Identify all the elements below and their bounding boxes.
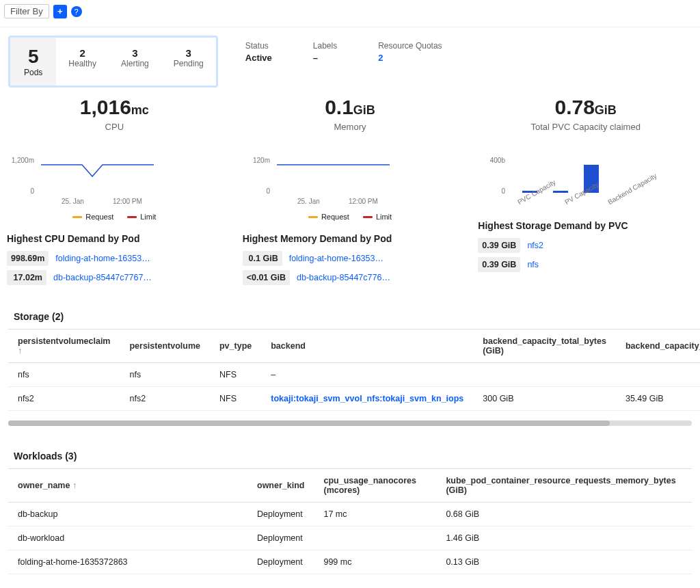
svg-text:0: 0 [502, 187, 506, 195]
pod-pending[interactable]: 3 Pending [161, 38, 216, 85]
meta-status-value: Active [245, 53, 272, 63]
stat-pvc-unit: GiB [595, 103, 617, 117]
meta-labels-label: Labels [313, 41, 337, 51]
cpu-demand-link-1[interactable]: db-backup-85447c7767… [53, 273, 152, 282]
storage-table: persistentvolumeclaim ↑ persistentvolume… [8, 329, 700, 411]
filter-bar: Filter By + ? [0, 0, 700, 27]
meta-status: Status Active [245, 41, 272, 63]
meta-labels: Labels – [313, 41, 337, 63]
meta-quotas-label: Resource Quotas [378, 41, 442, 51]
table-row[interactable]: folding-at-home-1635372863 Deployment 99… [8, 550, 692, 574]
cpu-demand-row-1: 17.02m db-backup-85447c7767… [7, 270, 222, 285]
stat-mem-label: Memory [243, 122, 458, 132]
highest-storage-title: Highest Storage Demand by PVC [478, 220, 693, 231]
svg-text:12:00 PM: 12:00 PM [113, 198, 142, 205]
help-icon[interactable]: ? [71, 6, 82, 17]
cpu-line-chart: 1,200m 0 25. Jan 12:00 PM Request Limit [7, 152, 222, 221]
stats-row: 1,016mc CPU 1,200m 0 25. Jan 12:00 PM Re… [0, 96, 700, 296]
storage-demand-link-1[interactable]: nfs [527, 260, 539, 269]
legend-limit: Limit [127, 213, 156, 221]
svg-text:0: 0 [30, 187, 34, 195]
stat-cpu-value: 1,016 [80, 96, 131, 118]
legend-limit-mem: Limit [363, 213, 392, 221]
memory-line-chart: 120m 0 25. Jan 12:00 PM Request Limit [243, 152, 458, 221]
filter-by-label[interactable]: Filter By [4, 4, 49, 18]
mem-demand-row-1: <0.01 GiB db-backup-85447c776… [243, 270, 458, 285]
svg-rect-11 [553, 191, 568, 193]
storage-demand-link-0[interactable]: nfs2 [527, 241, 543, 250]
svg-text:0: 0 [266, 187, 270, 195]
highest-mem-title: Highest Memory Demand by Pod [243, 233, 458, 244]
svg-text:12:00 PM: 12:00 PM [349, 198, 378, 205]
pod-alerting[interactable]: 3 Alerting [109, 38, 161, 85]
svg-text:25. Jan: 25. Jan [62, 198, 84, 205]
stat-memory: 0.1GiB Memory 120m 0 25. Jan 12:00 PM Re… [243, 96, 458, 289]
svg-text:25. Jan: 25. Jan [297, 198, 320, 205]
table-row[interactable]: db-backup Deployment 17 mc 0.68 GiB [8, 503, 692, 526]
col-mem-req[interactable]: kube_pod_container_resource_requests_mem… [436, 469, 692, 503]
svg-text:1,200m: 1,200m [12, 157, 34, 164]
workloads-table: owner_name ↑ owner_kind cpu_usage_nanoco… [8, 468, 692, 574]
workloads-header: Workloads (3) [0, 436, 700, 468]
col-used[interactable]: backend_capacity_us… [616, 330, 700, 363]
pod-total-count: 5 [24, 46, 42, 68]
col-pvtype[interactable]: pv_type [210, 330, 261, 363]
highest-cpu-title: Highest CPU Demand by Pod [7, 233, 222, 244]
cpu-demand-row-0: 998.69m folding-at-home-16353… [7, 251, 222, 266]
meta-row: Status Active Labels – Resource Quotas 2 [245, 36, 442, 63]
stat-pvc-value: 0.78 [554, 96, 594, 118]
pod-total[interactable]: 5 Pods [10, 38, 56, 85]
storage-header: Storage (2) [0, 296, 700, 329]
stat-pvc: 0.78GiB Total PVC Capacity claimed 400b … [478, 96, 693, 289]
mem-demand-link-0[interactable]: folding-at-home-16353… [289, 254, 383, 263]
stat-mem-unit: GiB [353, 103, 375, 117]
col-pvc[interactable]: persistentvolumeclaim ↑ [8, 330, 120, 363]
meta-labels-value: – [313, 53, 337, 63]
pod-healthy[interactable]: 2 Healthy [56, 38, 109, 85]
storage-demand-row-0: 0.39 GiB nfs2 [478, 238, 693, 253]
col-total[interactable]: backend_capacity_total_bytes (GiB) [473, 330, 616, 363]
mem-demand-row-0: 0.1 GiB folding-at-home-16353… [243, 251, 458, 266]
pod-pending-count: 3 [174, 47, 204, 59]
mem-demand-link-1[interactable]: db-backup-85447c776… [297, 273, 390, 282]
stat-pvc-label: Total PVC Capacity claimed [478, 122, 693, 132]
stat-cpu-label: CPU [7, 122, 222, 132]
pvc-bar-chart: 400b 0 PVC Capacity PV Capacity Backend … [478, 152, 693, 208]
table-row[interactable]: nfs2 nfs2 NFS tokaji:tokaji_svm_vvol_nfs… [8, 387, 700, 411]
col-cpu-usage[interactable]: cpu_usage_nanocores (mcores) [314, 469, 436, 503]
pod-healthy-count: 2 [68, 47, 96, 59]
sort-arrow-icon: ↑ [72, 481, 77, 490]
legend-request-mem: Request [308, 213, 349, 221]
stat-mem-value: 0.1 [325, 96, 353, 118]
backend-link[interactable]: tokaji:tokaji_svm_vvol_nfs:tokaji_svm_kn… [271, 394, 463, 403]
meta-quotas: Resource Quotas 2 [378, 41, 442, 63]
svg-text:120m: 120m [253, 157, 270, 164]
svg-text:400b: 400b [490, 157, 506, 164]
meta-status-label: Status [245, 41, 272, 51]
table-row[interactable]: db-workload Deployment 1.46 GiB [8, 526, 692, 550]
stat-cpu-unit: mc [131, 103, 149, 117]
pod-healthy-label: Healthy [68, 59, 96, 68]
pod-alerting-count: 3 [121, 47, 149, 59]
col-pv[interactable]: persistentvolume [120, 330, 210, 363]
table-row[interactable]: nfs nfs NFS – [8, 363, 700, 387]
col-owner-kind[interactable]: owner_kind [247, 469, 314, 503]
meta-quotas-value[interactable]: 2 [378, 53, 442, 63]
legend-request: Request [72, 213, 113, 221]
summary-strip: 5 Pods 2 Healthy 3 Alerting 3 Pending St… [0, 27, 700, 96]
pod-breakdown: 2 Healthy 3 Alerting 3 Pending [56, 38, 215, 85]
pod-alerting-label: Alerting [121, 59, 149, 68]
col-owner-name[interactable]: owner_name ↑ [8, 469, 247, 503]
pod-total-label: Pods [24, 68, 42, 77]
sort-arrow-icon: ↑ [18, 346, 22, 356]
horizontal-scrollbar[interactable] [8, 420, 692, 426]
col-backend[interactable]: backend [261, 330, 473, 363]
cpu-demand-link-0[interactable]: folding-at-home-16353… [55, 254, 150, 263]
stat-cpu: 1,016mc CPU 1,200m 0 25. Jan 12:00 PM Re… [7, 96, 222, 289]
storage-demand-row-1: 0.39 GiB nfs [478, 257, 693, 272]
pod-pending-label: Pending [174, 59, 204, 68]
add-filter-button[interactable]: + [53, 5, 67, 18]
pod-summary-card: 5 Pods 2 Healthy 3 Alerting 3 Pending [8, 36, 218, 88]
